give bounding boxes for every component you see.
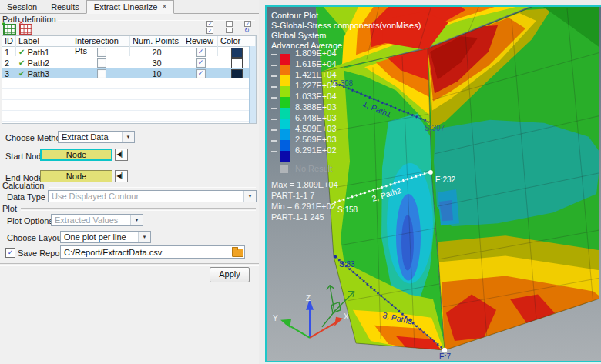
row-label: ✔Path3: [16, 68, 72, 79]
num-points-cell[interactable]: 20: [130, 47, 183, 58]
table-row[interactable]: 1 ✔Path1 20 ✓: [2, 47, 256, 58]
plot-options-value: Extracted Values: [52, 215, 130, 225]
table-row[interactable]: 2 ✔Path2 30 ✓: [2, 58, 256, 68]
app-window: { "tabs": { "items": [ {"label": "Sessio…: [0, 0, 601, 364]
tab-close-icon[interactable]: ×: [162, 3, 166, 11]
num-points-cell[interactable]: 30: [130, 58, 183, 68]
review-checkbox[interactable]: ✓: [196, 48, 206, 57]
legend-result-type: S-Global-Stress components(vonMises): [271, 21, 421, 31]
choose-layout-value: One plot per line: [61, 232, 138, 242]
legend-min: Min = 6.291E+02: [271, 202, 421, 212]
calculation-divider: [49, 185, 256, 188]
chevron-down-icon[interactable]: ▼: [130, 215, 143, 225]
legend-entry: 4.509E+03: [271, 129, 421, 140]
empty-rows: [2, 78, 256, 123]
path-color-swatch[interactable]: [231, 48, 243, 58]
folder-icon[interactable]: [232, 249, 243, 257]
row-id: 2: [2, 58, 16, 68]
choose-method-dropdown[interactable]: Extract Data ▼: [58, 131, 135, 143]
sync-arrows-icon: ↻: [244, 28, 250, 33]
check-all-button[interactable]: ✓ ✓: [206, 21, 220, 33]
checkbox-checked-icon: ✓: [206, 21, 213, 27]
legend-swatch: [280, 119, 290, 129]
legend-stats: Max = 1.809E+04 PART-1-1 7 Min = 6.291E+…: [271, 180, 421, 223]
add-icon: ●: [2, 20, 5, 28]
legend-entry: 1.809E+04: [271, 54, 421, 65]
invert-check-button[interactable]: ✓ ↻: [244, 21, 257, 33]
intersection-checkbox[interactable]: [97, 48, 106, 57]
save-report-path-input[interactable]: [60, 245, 245, 259]
tab-bar: Session Results Extract-Linearize ×: [0, 0, 259, 14]
legend-swatch: [280, 129, 290, 140]
model-viewport[interactable]: E:308 1, Path1 S:307 S:158 2, Path2 E:23…: [265, 5, 601, 362]
legend-min-part: PART-1-1 245: [271, 212, 421, 223]
table-row-selected[interactable]: 3 ✔Path3 10 ✓: [2, 68, 256, 79]
calculation-group-label: Calculation: [2, 181, 44, 190]
path3-start-label: S:83: [339, 260, 355, 269]
legend-no-result: No Result: [280, 164, 421, 174]
save-report-label: Save Report: [18, 249, 65, 258]
path-ok-icon: ✔: [18, 58, 25, 68]
axis-y-label: Y: [273, 314, 278, 322]
tab-results[interactable]: Results: [44, 1, 86, 13]
start-node-picker-button[interactable]: ◀▏: [115, 149, 128, 161]
review-checkbox[interactable]: ✓: [196, 58, 206, 68]
path-ok-icon: ✔: [18, 47, 25, 58]
graphics-area: E:308 1, Path1 S:307 S:158 2, Path2 E:23…: [259, 0, 601, 364]
legend-swatch: [280, 108, 290, 119]
path-definition-group-label: Path definition: [2, 15, 56, 24]
path-color-swatch[interactable]: [231, 58, 243, 68]
row-label: ✔Path2: [16, 58, 72, 68]
end-node-button[interactable]: Node: [40, 170, 112, 182]
intersection-checkbox[interactable]: [97, 69, 106, 78]
table-scrollbar[interactable]: [249, 46, 256, 123]
checkbox-checked-icon: ✓: [244, 21, 251, 27]
tab-extract-linearize[interactable]: Extract-Linearize ×: [86, 0, 174, 14]
chevron-down-icon[interactable]: ▼: [243, 191, 256, 202]
num-points-cell[interactable]: 10: [130, 68, 183, 79]
legend-entry: 1.615E+04: [271, 65, 421, 75]
legend-entry: 2.569E+03: [271, 140, 421, 151]
chevron-down-icon[interactable]: ▼: [122, 132, 134, 142]
extract-panel: Session Results Extract-Linearize × Path…: [0, 0, 260, 364]
start-node-button[interactable]: Node: [40, 149, 112, 161]
legend-swatch: [280, 151, 290, 162]
legend-swatch: [280, 75, 290, 86]
legend-entry: 1.421E+04: [271, 75, 421, 86]
data-type-value: Use Displayed Contour: [49, 192, 243, 201]
path3-end-label: E:7: [439, 352, 451, 361]
row-id: 3: [2, 68, 16, 79]
review-checkbox[interactable]: ✓: [196, 69, 206, 78]
intersection-checkbox[interactable]: [97, 58, 106, 68]
legend-entry: 1.227E+04: [271, 86, 421, 97]
add-path-button[interactable]: ●: [3, 24, 16, 35]
global-triad-icon: Z X Y: [273, 294, 349, 338]
contour-legend: Contour Plot S-Global-Stress components(…: [271, 11, 421, 223]
plot-divider: [21, 208, 256, 211]
path-color-swatch[interactable]: [231, 69, 243, 79]
uncheck-all-button[interactable]: [226, 21, 239, 33]
path-table: ID Label Intersection Pts Num. Points Re…: [2, 35, 257, 124]
legend-entry: 1.033E+04: [271, 97, 421, 108]
save-report-checkbox[interactable]: ✓: [5, 248, 15, 258]
chevron-down-icon[interactable]: ▼: [138, 232, 150, 242]
choose-method-value: Extract Data: [59, 132, 122, 142]
delete-icon: ✕: [18, 19, 24, 26]
legend-max: Max = 1.809E+04: [271, 180, 421, 191]
path1-start-label: S:307: [425, 124, 445, 132]
legend-swatch: [280, 140, 290, 151]
path-ok-icon: ✔: [18, 68, 25, 79]
apply-button[interactable]: Apply: [210, 267, 250, 282]
delete-path-button[interactable]: ✕: [19, 24, 32, 35]
legend-system: Global System: [271, 31, 421, 41]
checkbox-checked-icon: ✓: [206, 28, 213, 34]
tab-session[interactable]: Session: [0, 1, 44, 13]
choose-layout-label: Choose Layout:: [7, 233, 66, 242]
legend-entry: 6.291E+02: [271, 151, 421, 162]
legend-swatch: [280, 65, 290, 75]
data-type-dropdown[interactable]: Use Displayed Contour ▼: [48, 190, 257, 202]
axis-z-label: Z: [306, 294, 311, 302]
end-node-picker-button[interactable]: ◀▏: [115, 170, 128, 182]
choose-layout-dropdown[interactable]: One plot per line ▼: [60, 231, 151, 243]
plot-options-dropdown[interactable]: Extracted Values ▼: [51, 214, 143, 226]
